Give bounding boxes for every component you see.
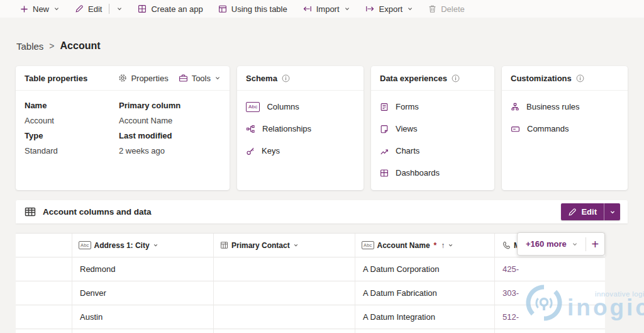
more-columns-button[interactable]: +160 more (526, 239, 567, 249)
create-an-app-button[interactable]: Create an app (138, 4, 203, 14)
edit-split-button[interactable]: Edit (75, 4, 123, 14)
using-this-table-button[interactable]: Using this table (218, 4, 287, 14)
column-header-account-name[interactable]: Abc Account Name * ↑ (355, 234, 495, 257)
relationships-icon (246, 125, 255, 133)
views-link[interactable]: Views (380, 118, 486, 140)
cell-primary-contact[interactable] (214, 329, 355, 333)
schema-card: Schema Abc Columns Relationships (237, 66, 364, 190)
breadcrumb-separator: > (49, 41, 54, 51)
row-selector[interactable] (16, 305, 72, 329)
create-an-app-label: Create an app (151, 4, 203, 14)
column-header-address1-city[interactable]: Abc Address 1: City (72, 234, 214, 257)
field-label: Type (25, 128, 119, 144)
command-bar: New Edit Create an app Using this table … (0, 0, 644, 18)
plus-icon (20, 5, 28, 13)
chevron-down-icon (448, 242, 453, 248)
cell-city[interactable] (72, 329, 214, 333)
delete-button: Delete (428, 4, 465, 14)
edit-label: Edit (88, 4, 102, 14)
using-this-table-label: Using this table (231, 4, 287, 14)
breadcrumb-tables-link[interactable]: Tables (16, 41, 43, 52)
table-lookup-icon (220, 241, 228, 249)
field-value: 2 weeks ago (119, 144, 221, 159)
add-column-button[interactable]: + (591, 238, 599, 251)
cell-account-name[interactable] (355, 329, 495, 333)
grid-edit-split-button[interactable]: Edit (561, 203, 620, 220)
more-columns-control: +160 more + (517, 232, 605, 256)
cell-primary-contact[interactable] (214, 305, 355, 329)
charts-icon (380, 147, 389, 155)
cell-main-phone[interactable]: 512- (495, 305, 605, 329)
new-button[interactable]: New (20, 4, 60, 14)
cell-main-phone[interactable] (495, 329, 605, 333)
tools-button[interactable]: Tools (179, 74, 221, 83)
app-grid-icon (138, 4, 147, 13)
row-selector[interactable] (16, 281, 72, 305)
business-rules-link[interactable]: Business rules (511, 96, 619, 118)
charts-label: Charts (396, 146, 419, 155)
phone-icon (501, 240, 511, 250)
info-icon (576, 74, 584, 82)
properties-button[interactable]: Properties (118, 74, 168, 83)
grid-edit-button[interactable]: Edit (561, 203, 604, 220)
cell-account-name[interactable]: A Datum Integration (355, 305, 495, 329)
charts-link[interactable]: Charts (380, 140, 486, 162)
commands-link[interactable]: Commands (511, 118, 619, 140)
tools-label: Tools (192, 74, 211, 83)
abc-text-icon: Abc (79, 241, 91, 250)
cell-city[interactable]: Austin (72, 305, 214, 329)
import-button[interactable]: Import (303, 4, 350, 14)
field-value: Account Name (119, 113, 221, 128)
columns-link[interactable]: Abc Columns (246, 96, 355, 118)
cell-primary-contact[interactable] (214, 257, 355, 281)
cell-primary-contact[interactable] (214, 281, 355, 305)
grid-edit-chevron[interactable] (604, 203, 620, 220)
chevron-down-icon[interactable] (116, 6, 123, 12)
chevron-down-icon (153, 242, 158, 248)
dashboards-link[interactable]: Dashboards (380, 162, 486, 184)
business-rules-label: Business rules (526, 102, 580, 111)
key-icon (246, 147, 255, 155)
info-icon (452, 74, 460, 82)
field-label: Primary column (119, 98, 221, 113)
cell-main-phone[interactable]: 303- (495, 281, 605, 305)
column-header-primary-contact[interactable]: Primary Contact (214, 234, 355, 257)
row-selector-header[interactable] (16, 234, 72, 257)
data-experiences-card: Data experiences Forms Views (371, 66, 494, 190)
cell-city[interactable]: Redmond (72, 257, 214, 281)
required-asterisk: * (434, 241, 437, 250)
cell-account-name[interactable]: A Datum Corporation (355, 257, 495, 281)
page-title: Account (60, 40, 101, 52)
chevron-down-icon[interactable] (572, 241, 578, 247)
views-icon (380, 125, 389, 133)
export-label: Export (379, 4, 403, 14)
chevron-down-icon (407, 6, 413, 12)
cell-main-phone[interactable]: 425- (495, 257, 605, 281)
relationships-link[interactable]: Relationships (246, 118, 355, 140)
gear-icon (118, 74, 127, 82)
field-value: Account (25, 113, 119, 128)
pencil-icon (568, 208, 577, 217)
columns-label: Columns (267, 102, 299, 111)
table-properties-title: Table properties (25, 74, 87, 83)
dashboards-label: Dashboards (396, 168, 440, 178)
export-arrow-icon (365, 5, 375, 13)
keys-link[interactable]: Keys (246, 140, 355, 162)
business-rules-icon (511, 103, 519, 111)
table-properties-fields: Name Primary column Account Account Name… (16, 91, 230, 159)
properties-label: Properties (131, 74, 168, 83)
row-selector[interactable] (16, 257, 72, 281)
table-icon (25, 206, 36, 217)
export-button[interactable]: Export (365, 4, 414, 14)
toolbox-icon (179, 74, 188, 82)
commands-icon (511, 125, 520, 133)
chevron-down-icon (53, 6, 60, 12)
delete-label: Delete (441, 4, 465, 14)
chevron-down-icon (344, 6, 350, 12)
row-selector[interactable] (16, 329, 72, 333)
new-label: New (33, 4, 49, 14)
cell-city[interactable]: Denver (72, 281, 214, 305)
import-arrow-icon (303, 5, 312, 13)
forms-link[interactable]: Forms (380, 96, 486, 118)
cell-account-name[interactable]: A Datum Fabrication (355, 281, 495, 305)
